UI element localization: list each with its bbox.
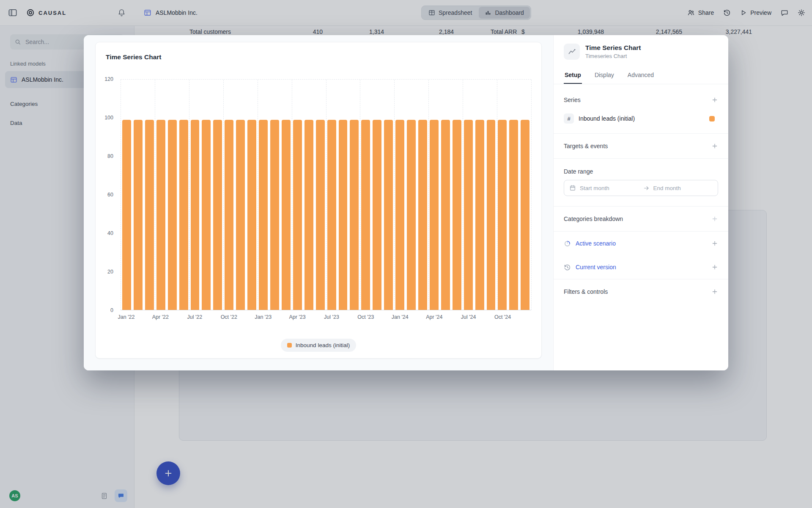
bar <box>282 120 291 310</box>
date-range-input[interactable]: Start month End month <box>564 180 718 196</box>
add-target-button[interactable] <box>709 140 721 152</box>
bar <box>122 120 131 310</box>
active-scenario-row[interactable]: Active scenario <box>564 232 718 255</box>
targets-events-row: Targets & events <box>564 134 718 158</box>
gridline <box>360 80 360 310</box>
bar <box>441 120 450 310</box>
scenario-icon <box>564 240 571 247</box>
chart-preview-pane: Time Series Chart 020406080100120 Jan '2… <box>84 35 553 370</box>
y-axis-label: 100 <box>104 115 113 121</box>
categories-breakdown-label: Categories breakdown <box>564 215 709 222</box>
bar <box>384 120 393 310</box>
add-version-button[interactable] <box>709 261 721 273</box>
bar <box>327 120 336 310</box>
gridline <box>155 80 155 310</box>
categories-breakdown-row: Categories breakdown <box>564 207 718 231</box>
series-name: Inbound leads (initial) <box>579 115 705 122</box>
panel-header: Time Series Chart Timeseries Chart <box>564 35 718 60</box>
filters-controls-row: Filters & controls <box>564 279 718 304</box>
current-version-row[interactable]: Current version <box>564 255 718 279</box>
bar <box>350 120 359 310</box>
end-month-field[interactable]: End month <box>653 185 713 191</box>
legend-item[interactable]: Inbound leads (initial) <box>281 339 356 352</box>
bar <box>145 120 154 310</box>
add-scenario-button[interactable] <box>709 237 721 249</box>
gridline <box>326 80 326 310</box>
gridline <box>121 80 121 310</box>
x-axis-label: Apr '24 <box>426 314 442 320</box>
gridline <box>394 80 395 310</box>
y-axis-label: 120 <box>104 76 113 82</box>
x-axis-label: Jan '22 <box>118 314 135 320</box>
gridline <box>531 80 532 310</box>
date-range-label: Date range <box>564 168 718 175</box>
bar <box>475 120 484 310</box>
bar <box>236 120 245 310</box>
settings-panel: Time Series Chart Timeseries Chart Setup… <box>553 35 728 370</box>
legend: Inbound leads (initial) <box>96 339 541 352</box>
bar <box>509 120 518 310</box>
bar <box>134 120 143 310</box>
bar <box>293 120 302 310</box>
x-axis-label: Jul '22 <box>187 314 202 320</box>
bar <box>407 120 416 310</box>
series-color-swatch[interactable] <box>709 116 715 121</box>
chart-title: Time Series Chart <box>106 53 162 61</box>
targets-events-label: Targets & events <box>564 143 709 149</box>
series-section-header: Series <box>564 93 718 107</box>
tab-advanced[interactable]: Advanced <box>627 69 655 84</box>
y-axis-label: 0 <box>110 307 113 313</box>
gridline <box>497 80 497 310</box>
y-axis-label: 80 <box>107 153 113 159</box>
hash-icon: # <box>564 113 574 124</box>
active-scenario-link[interactable]: Active scenario <box>576 240 704 247</box>
bar <box>464 120 473 310</box>
bar <box>156 120 165 310</box>
add-series-button[interactable] <box>709 94 721 106</box>
panel-tabs: Setup Display Advanced <box>554 69 728 84</box>
current-version-link[interactable]: Current version <box>576 264 704 271</box>
gridline <box>223 80 224 310</box>
tab-display[interactable]: Display <box>594 69 615 84</box>
start-month-field[interactable]: Start month <box>580 185 639 191</box>
gridline <box>463 80 463 310</box>
x-axis-label: Jan '24 <box>392 314 409 320</box>
bar <box>373 120 381 310</box>
x-axis-label: Apr '22 <box>152 314 169 320</box>
version-history-icon <box>564 264 571 271</box>
gridline <box>189 80 189 310</box>
bar <box>339 120 348 310</box>
series-row[interactable]: # Inbound leads (initial) <box>564 107 718 130</box>
gridline <box>258 80 258 310</box>
x-axis-label: Apr '23 <box>289 314 305 320</box>
bar <box>304 120 313 310</box>
legend-label: Inbound leads (initial) <box>296 342 350 348</box>
bar <box>202 120 211 310</box>
filters-controls-label: Filters & controls <box>564 288 709 295</box>
bar <box>418 120 427 310</box>
add-filter-button[interactable] <box>709 286 721 298</box>
bar <box>213 120 222 310</box>
x-axis-label: Jul '24 <box>461 314 476 320</box>
x-axis-label: Oct '24 <box>494 314 511 320</box>
bar <box>259 120 268 310</box>
bar <box>430 120 439 310</box>
x-axis-label: Jul '23 <box>324 314 339 320</box>
plot-area <box>121 79 531 310</box>
bar <box>191 120 200 310</box>
chart-card: Time Series Chart 020406080100120 Jan '2… <box>95 42 542 359</box>
bar <box>498 120 507 310</box>
x-axis-label: Oct '22 <box>221 314 237 320</box>
y-axis-label: 40 <box>107 230 113 236</box>
tab-setup[interactable]: Setup <box>564 69 582 84</box>
bar <box>270 120 279 310</box>
timeseries-chart-icon <box>564 44 580 60</box>
arrow-right-icon <box>643 185 650 191</box>
bar <box>487 120 496 310</box>
panel-subtitle: Timeseries Chart <box>585 53 641 59</box>
bar <box>168 120 177 310</box>
y-axis-label: 20 <box>107 269 113 275</box>
add-category-button[interactable] <box>709 213 721 225</box>
bar <box>179 120 188 310</box>
x-axis-label: Oct '23 <box>357 314 374 320</box>
